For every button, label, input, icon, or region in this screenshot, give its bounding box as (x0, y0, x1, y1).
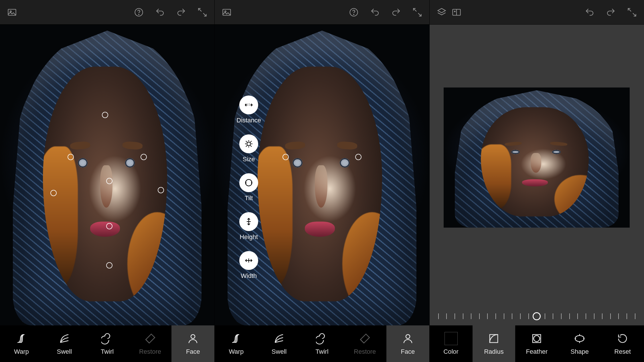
tool-label: Radius (484, 348, 503, 355)
toolbar: Color Radius Feather Shape Reset (430, 325, 644, 362)
face-opt-width[interactable]: Width (239, 251, 258, 280)
tool-radius[interactable]: Radius (473, 325, 515, 362)
thumbnail-image (444, 87, 630, 228)
face-icon (401, 332, 414, 345)
restore-icon (358, 332, 372, 345)
tool-reset[interactable]: Reset (601, 325, 644, 362)
tool-label: Shape (570, 348, 589, 355)
reset-icon (616, 332, 629, 345)
tool-label: Warp (14, 348, 29, 355)
height-icon (239, 212, 258, 231)
image-icon[interactable] (220, 6, 233, 19)
compare-icon[interactable] (450, 6, 463, 19)
face-opt-distance[interactable]: Distance (236, 96, 261, 124)
face-opt-label: Distance (236, 117, 261, 124)
svg-point-12 (454, 11, 455, 12)
tool-label: Face (186, 348, 200, 355)
face-icon (186, 332, 199, 345)
toolbar: Warp Swell Twirl Restore Face (0, 325, 214, 362)
undo-icon[interactable] (583, 6, 596, 19)
tool-warp[interactable]: Warp (215, 325, 258, 362)
canvas[interactable] (0, 25, 214, 325)
undo-icon[interactable] (369, 6, 381, 19)
tool-label: Swell (272, 348, 287, 355)
slider-handle[interactable] (533, 312, 541, 320)
shape-icon (573, 332, 586, 345)
tool-label: Warp (229, 348, 244, 355)
help-icon[interactable] (347, 6, 360, 19)
svg-point-10 (406, 335, 410, 339)
tool-shape[interactable]: Shape (558, 325, 601, 362)
tool-face[interactable]: Face (386, 325, 429, 362)
slider[interactable] (430, 307, 644, 325)
image-icon[interactable] (6, 6, 18, 19)
feather-icon (530, 332, 543, 345)
topbar (430, 0, 644, 25)
portrait-image (0, 25, 214, 325)
svg-point-6 (225, 11, 226, 12)
tool-restore: Restore (129, 325, 172, 362)
layers-icon[interactable] (435, 6, 448, 19)
tool-swell[interactable]: Swell (43, 325, 86, 362)
svg-point-15 (534, 336, 540, 342)
face-marker-eye-left[interactable] (68, 154, 74, 160)
svg-point-4 (191, 335, 195, 339)
expand-icon[interactable] (411, 6, 424, 19)
expand-icon[interactable] (196, 6, 209, 19)
tilt-icon (239, 173, 258, 192)
distance-icon (239, 96, 258, 114)
canvas[interactable] (430, 25, 644, 325)
face-opt-tilt[interactable]: Tilt (239, 173, 258, 202)
color-icon (445, 332, 458, 345)
redo-icon[interactable] (605, 6, 617, 19)
face-marker-cheek-left[interactable] (50, 190, 57, 196)
face-marker-eye-right[interactable] (141, 154, 147, 160)
undo-icon[interactable] (154, 6, 166, 19)
svg-rect-9 (247, 142, 250, 145)
topbar (215, 0, 429, 25)
tool-swell[interactable]: Swell (258, 325, 301, 362)
canvas[interactable]: Distance Size Tilt Height Width (215, 25, 429, 325)
face-opt-size[interactable]: Size (239, 134, 258, 163)
svg-point-8 (353, 14, 354, 15)
face-marker-mouth[interactable] (106, 223, 112, 229)
face-opt-label: Tilt (245, 194, 253, 202)
tool-label: Restore (354, 348, 376, 355)
face-marker-nose[interactable] (106, 178, 112, 184)
tool-face[interactable]: Face (171, 325, 214, 362)
tool-label: Twirl (315, 348, 328, 355)
size-icon (239, 134, 258, 153)
face-adjust-menu: Distance Size Tilt Height Width (236, 96, 261, 280)
expand-icon[interactable] (626, 6, 638, 19)
tool-restore: Restore (343, 325, 386, 362)
warp-icon (15, 332, 28, 345)
redo-icon[interactable] (175, 6, 187, 19)
help-icon[interactable] (133, 6, 145, 19)
tool-label: Twirl (101, 348, 114, 355)
svg-point-16 (575, 336, 584, 342)
swell-icon (272, 332, 286, 345)
tool-feather[interactable]: Feather (515, 325, 558, 362)
face-opt-height[interactable]: Height (239, 212, 258, 241)
warp-icon (230, 332, 243, 345)
face-marker-eye-right[interactable] (355, 154, 361, 160)
svg-point-1 (10, 11, 11, 12)
redo-icon[interactable] (390, 6, 402, 19)
tool-label: Feather (526, 348, 548, 355)
svg-point-3 (139, 14, 139, 15)
width-icon (239, 251, 258, 270)
face-marker-cheek-right[interactable] (158, 187, 164, 193)
tool-twirl[interactable]: Twirl (301, 325, 343, 362)
tool-color[interactable]: Color (430, 325, 473, 362)
face-opt-label: Size (243, 156, 255, 163)
tool-warp[interactable]: Warp (0, 325, 43, 362)
tool-label: Restore (139, 348, 161, 355)
toolbar: Warp Swell Twirl Restore Face (215, 325, 429, 362)
tool-twirl[interactable]: Twirl (86, 325, 129, 362)
face-marker-eye-left[interactable] (283, 154, 289, 160)
tool-label: Reset (614, 348, 631, 355)
twirl-icon (101, 332, 114, 345)
face-marker-chin[interactable] (106, 262, 112, 268)
face-marker-forehead[interactable] (102, 112, 108, 118)
tool-label: Color (443, 348, 459, 355)
